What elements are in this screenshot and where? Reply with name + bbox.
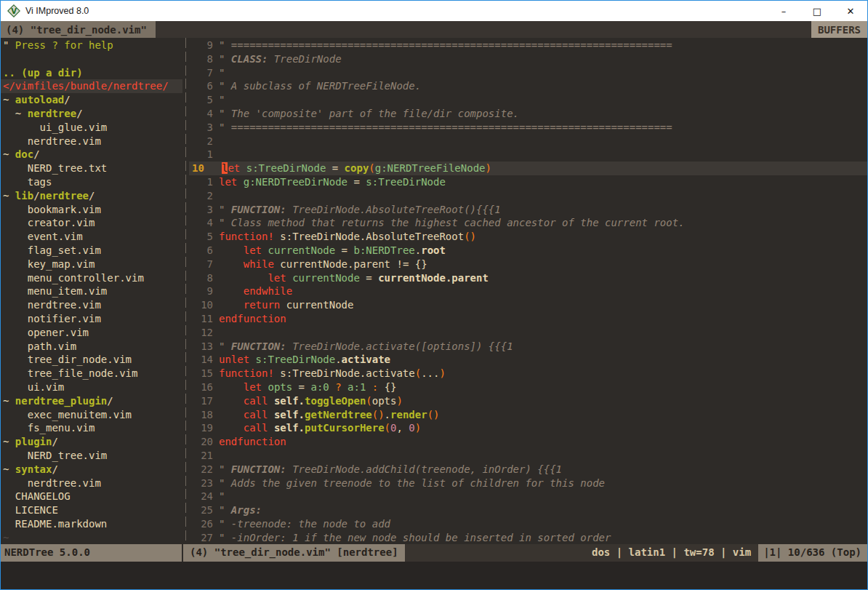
nerdtree-line[interactable]: tags — [1, 175, 182, 189]
editor-line[interactable]: 20endfunction — [189, 435, 867, 449]
editor-line[interactable]: 7" — [189, 66, 867, 80]
statusline-fileinfo: dos | latin1 | tw=78 | vim — [584, 544, 758, 562]
line-text: let g:NERDTreeDirNode = s:TreeDirNode — [219, 175, 446, 189]
editor-line[interactable]: 7 while currentNode.parent != {} — [189, 258, 867, 271]
nerdtree-line[interactable]: ~ nerdtree_plugin/ — [1, 394, 182, 408]
editor-line[interactable]: 9 endwhile — [189, 284, 867, 298]
editor-line[interactable]: 1let g:NERDTreeDirNode = s:TreeDirNode — [189, 175, 867, 189]
vertical-split-separator[interactable] — [182, 38, 189, 544]
tab-tree-dir-node[interactable]: (4) "tree_dir_node.vim" — [1, 21, 156, 38]
nerdtree-line[interactable]: event.vim — [1, 230, 182, 244]
nerdtree-line[interactable]: README.markdown — [1, 517, 182, 531]
editor-line[interactable]: 8" CLASS: TreeDirNode — [189, 52, 867, 66]
status-bar: NERDTree 5.0.0 (4) "tree_dir_node.vim" [… — [1, 544, 867, 562]
editor-line[interactable]: 8 let currentNode = currentNode.parent — [189, 271, 867, 285]
svg-text:V: V — [11, 7, 17, 15]
buffers-badge: BUFFERS — [811, 21, 867, 38]
line-number: 6 — [189, 244, 219, 258]
editor-line[interactable]: 5" — [189, 93, 867, 107]
editor-line[interactable]: 24" — [189, 490, 867, 503]
nerdtree-line[interactable]: opener.vim — [1, 326, 182, 340]
nerdtree-line[interactable]: notifier.vim — [1, 312, 182, 326]
editor-line[interactable]: 15function! s:TreeDirNode.activate(...) — [189, 367, 867, 380]
editor-line[interactable]: 23" Adds the given treenode to the list … — [189, 477, 867, 490]
editor-line[interactable]: 16 let opts = a:0 ? a:1 : {} — [189, 380, 867, 394]
editor-line[interactable]: 6" A subclass of NERDTreeFileNode. — [189, 79, 867, 93]
line-number: 8 — [189, 271, 219, 285]
line-text: " The 'composite' part of the file/dir c… — [219, 107, 519, 121]
editor-line[interactable]: 13" FUNCTION: TreeDirNode.activate([opti… — [189, 340, 867, 354]
minimize-button[interactable]: – — [767, 1, 800, 21]
nerdtree-line[interactable]: nerdtree.vim — [1, 298, 182, 312]
nerdtree-line[interactable]: ~ doc/ — [1, 148, 182, 162]
command-line[interactable] — [1, 562, 867, 589]
line-number: 15 — [189, 367, 219, 380]
editor-line[interactable]: 10 return currentNode — [189, 298, 867, 312]
nerdtree-line[interactable]: " Press ? for help — [1, 39, 182, 52]
editor-line[interactable]: 9" =====================================… — [189, 39, 867, 52]
nerdtree-line[interactable]: ~ plugin/ — [1, 435, 182, 449]
nerdtree-line[interactable]: ~ syntax/ — [1, 463, 182, 477]
nerdtree-line[interactable]: ~ nerdtree/ — [1, 107, 182, 121]
nerdtree-line[interactable]: bookmark.vim — [1, 203, 182, 217]
editor-line[interactable]: 17 call self.toggleOpen(opts) — [189, 394, 867, 408]
nerdtree-line[interactable]: ui_glue.vim — [1, 121, 182, 135]
nerdtree-line[interactable]: nerdtree.vim — [1, 477, 182, 490]
nerdtree-line[interactable]: tree_dir_node.vim — [1, 353, 182, 367]
nerdtree-line[interactable]: path.vim — [1, 340, 182, 354]
nerdtree-line[interactable]: </vimfiles/bundle/nerdtree/ — [1, 79, 182, 93]
maximize-button[interactable]: □ — [800, 1, 834, 21]
nerdtree-line[interactable]: flag_set.vim — [1, 244, 182, 258]
nerdtree-line[interactable]: LICENCE — [1, 503, 182, 517]
line-text: " Adds the given treenode to the list of… — [219, 477, 605, 490]
nerdtree-line[interactable]: menu_item.vim — [1, 284, 182, 298]
nerdtree-line[interactable]: menu_controller.vim — [1, 271, 182, 285]
editor-line[interactable]: 14unlet s:TreeDirNode.activate — [189, 353, 867, 367]
editor-line[interactable]: 3" =====================================… — [189, 121, 867, 135]
editor-line[interactable]: 19 call self.putCursorHere(0, 0) — [189, 421, 867, 435]
editor-line[interactable]: 22" FUNCTION: TreeDirNode.addChild(treen… — [189, 463, 867, 477]
nerdtree-line[interactable] — [1, 52, 182, 66]
nerdtree-line[interactable]: nerdtree.vim — [1, 135, 182, 148]
editor-line[interactable]: 12 — [189, 326, 867, 340]
editor-line[interactable]: 5function! s:TreeDirNode.AbsoluteTreeRoo… — [189, 230, 867, 244]
line-number: 4 — [189, 216, 219, 230]
title-bar[interactable]: V Vi IMproved 8.0 – □ ✕ — [1, 1, 867, 21]
editor-line[interactable]: 11endfunction — [189, 312, 867, 326]
line-text: endfunction — [219, 435, 286, 449]
editor-line[interactable]: 25" Args: — [189, 503, 867, 517]
nerdtree-line[interactable]: creator.vim — [1, 216, 182, 230]
nerdtree-line[interactable]: key_map.vim — [1, 258, 182, 271]
nerdtree-line[interactable]: ~ — [1, 531, 182, 544]
nerdtree-line[interactable]: tree_file_node.vim — [1, 367, 182, 380]
nerdtree-line[interactable]: NERD_tree.vim — [1, 449, 182, 463]
editor-line[interactable]: 2 — [189, 135, 867, 148]
nerdtree-line[interactable]: fs_menu.vim — [1, 421, 182, 435]
nerdtree-line[interactable]: CHANGELOG — [1, 490, 182, 503]
editor-line[interactable]: 1 — [189, 148, 867, 162]
editor-line[interactable]: 6 let currentNode = b:NERDTree.root — [189, 244, 867, 258]
editor-line[interactable]: 3" FUNCTION: TreeDirNode.AbsoluteTreeRoo… — [189, 203, 867, 217]
line-number: 8 — [189, 52, 219, 66]
editor-line[interactable]: 4" The 'composite' part of the file/dir … — [189, 107, 867, 121]
editor-line[interactable]: 21 — [189, 449, 867, 463]
line-text: call self.getNerdtree().render() — [219, 408, 439, 422]
nerdtree-line[interactable]: NERD_tree.txt — [1, 162, 182, 175]
editor-line[interactable]: 2 — [189, 189, 867, 203]
close-button[interactable]: ✕ — [834, 1, 867, 21]
editor-line[interactable]: 4" Class method that returns the highest… — [189, 216, 867, 230]
editor-line[interactable]: 18 call self.getNerdtree().render() — [189, 408, 867, 422]
nerdtree-line[interactable]: .. (up a dir) — [1, 66, 182, 80]
editor-line[interactable]: 26" -treenode: the node to add — [189, 517, 867, 531]
editor-line[interactable]: 27" -inOrder: 1 if the new node should b… — [189, 531, 867, 544]
editor-line[interactable]: 10let s:TreeDirNode = copy(g:NERDTreeFil… — [189, 162, 867, 175]
nerdtree-line[interactable]: exec_menuitem.vim — [1, 408, 182, 422]
line-number: 20 — [189, 435, 219, 449]
editor-statusline: (4) "tree_dir_node.vim" [nerdtree] dos |… — [183, 544, 867, 562]
text-area: " Press ? for help.. (up a dir)</vimfile… — [1, 38, 867, 544]
line-text: let currentNode = currentNode.parent — [219, 271, 489, 285]
nerdtree-line[interactable]: ui.vim — [1, 380, 182, 394]
nerdtree-line[interactable]: ~ autoload/ — [1, 93, 182, 107]
nerdtree-statusline: NERDTree 5.0.0 — [1, 544, 183, 562]
nerdtree-line[interactable]: ~ lib/nerdtree/ — [1, 189, 182, 203]
